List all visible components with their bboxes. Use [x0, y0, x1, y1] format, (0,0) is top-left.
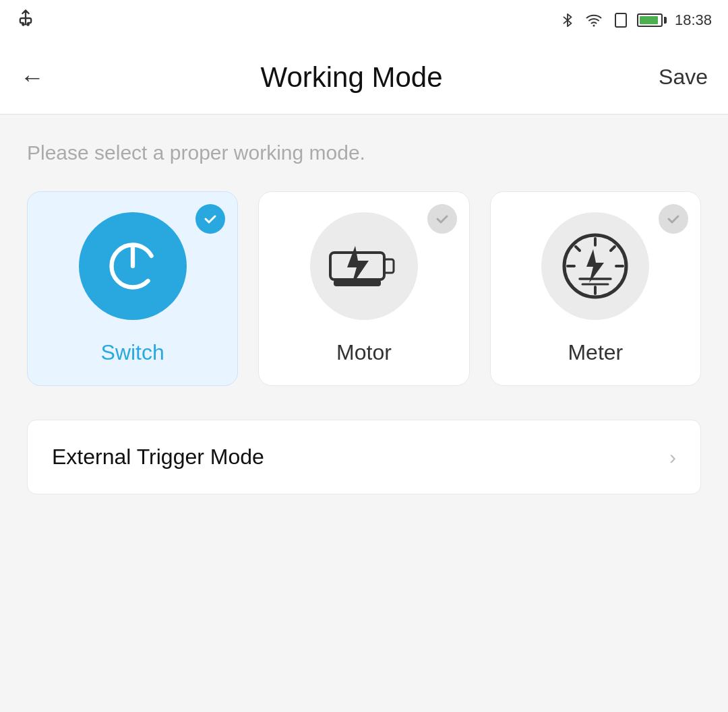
switch-check-badge: [195, 204, 225, 234]
power-icon: [102, 236, 163, 296]
switch-label: Switch: [101, 340, 164, 365]
meter-label: Meter: [568, 340, 623, 365]
motor-label: Motor: [336, 340, 392, 365]
wifi-icon: [583, 12, 605, 28]
main-content: Please select a proper working mode. Swi…: [0, 115, 728, 515]
mode-card-meter[interactable]: Meter: [490, 191, 701, 386]
app-header: ← Working Mode Save: [0, 40, 728, 115]
svg-point-0: [22, 23, 25, 26]
mode-card-switch[interactable]: Switch: [27, 191, 238, 386]
status-bar: 18:38: [0, 0, 728, 40]
motor-check-badge: [427, 204, 457, 234]
subtitle-text: Please select a proper working mode.: [27, 141, 701, 164]
save-button[interactable]: Save: [659, 65, 708, 90]
battery-indicator: [637, 13, 667, 27]
svg-rect-8: [334, 280, 381, 286]
external-trigger-button[interactable]: External Trigger Mode ›: [27, 420, 701, 494]
svg-point-2: [593, 25, 595, 27]
status-time: 18:38: [675, 11, 712, 29]
svg-point-1: [26, 23, 30, 26]
back-button[interactable]: ←: [20, 63, 44, 92]
usb-icon: [16, 9, 35, 32]
page-title: Working Mode: [261, 61, 443, 94]
meter-icon-circle: [541, 212, 649, 320]
meter-check-badge: [659, 204, 688, 234]
svg-line-15: [611, 247, 615, 251]
svg-rect-3: [615, 13, 626, 27]
tablet-icon: [613, 11, 629, 29]
motor-icon: [327, 239, 401, 293]
svg-rect-7: [384, 259, 394, 273]
mode-card-motor[interactable]: Motor: [258, 191, 469, 386]
external-trigger-label: External Trigger Mode: [52, 445, 264, 470]
status-bar-right: 18:38: [560, 11, 712, 30]
switch-icon-circle: [79, 212, 187, 320]
motor-icon-circle: [310, 212, 418, 320]
bluetooth-icon: [560, 11, 575, 30]
mode-cards-container: Switch Motor: [27, 191, 701, 386]
chevron-right-icon: ›: [669, 446, 676, 469]
svg-line-14: [576, 247, 580, 251]
meter-icon: [558, 229, 632, 303]
